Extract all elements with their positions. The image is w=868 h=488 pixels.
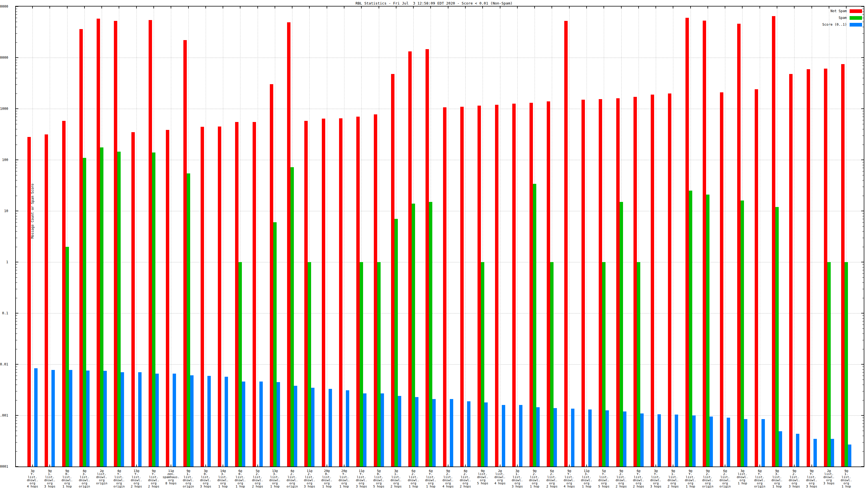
- bar-spam: [550, 262, 554, 466]
- x-tick-bottom: [655, 464, 656, 466]
- bar-spam: [290, 167, 294, 466]
- y-minor-tick: [862, 117, 864, 117]
- y-minor-tick: [862, 321, 864, 321]
- x-tick-top: [206, 6, 206, 8]
- bar-score: [467, 401, 470, 466]
- x-tick-top: [534, 6, 535, 8]
- y-minor-tick: [16, 298, 17, 298]
- y-minor-tick: [16, 226, 17, 227]
- bar-not-spam: [807, 69, 810, 466]
- y-minor-tick: [16, 73, 17, 73]
- bar-not-spam: [356, 117, 360, 466]
- bar-score: [329, 389, 332, 466]
- y-minor-tick: [862, 213, 864, 214]
- bar-score: [225, 377, 228, 466]
- bar-score: [727, 418, 730, 466]
- bar-not-spam: [582, 100, 585, 466]
- y-tick-left: [16, 364, 19, 365]
- bar-score: [762, 419, 765, 466]
- bar-spam: [620, 202, 623, 466]
- x-tick-top: [170, 6, 171, 8]
- y-minor-tick: [862, 427, 864, 427]
- bar-score: [69, 370, 72, 466]
- bar-not-spam: [789, 74, 793, 466]
- bar-score: [657, 414, 661, 466]
- bar-not-spam: [426, 49, 429, 466]
- bar-score: [52, 370, 55, 466]
- y-minor-tick: [16, 165, 17, 165]
- bar-not-spam: [703, 21, 706, 466]
- bar-not-spam: [633, 97, 637, 466]
- bar-not-spam: [80, 29, 83, 466]
- bar-score: [450, 399, 453, 466]
- bar-score: [415, 397, 418, 466]
- y-gridline: [16, 58, 864, 58]
- bar-score: [796, 434, 799, 466]
- y-minor-tick: [862, 298, 864, 298]
- bar-not-spam: [616, 98, 620, 466]
- bar-not-spam: [287, 22, 290, 466]
- y-minor-tick: [862, 238, 864, 238]
- y-tick-right: [861, 364, 864, 365]
- y-minor-tick: [16, 349, 17, 349]
- x-tick-top: [413, 6, 414, 8]
- bar-not-spam: [824, 69, 827, 466]
- y-minor-tick: [16, 431, 17, 431]
- x-tick-top: [465, 6, 466, 8]
- y-tick-right: [861, 6, 864, 7]
- y-minor-tick: [862, 264, 864, 265]
- y-gridline: [16, 211, 864, 211]
- bar-not-spam: [339, 118, 342, 466]
- x-tick-top: [101, 6, 102, 8]
- bar-not-spam: [599, 99, 602, 466]
- y-tick-left: [16, 262, 19, 262]
- y-minor-tick: [862, 18, 864, 18]
- bar-score: [710, 417, 713, 466]
- y-gridline: [16, 313, 864, 314]
- bar-spam: [827, 262, 831, 466]
- bar-spam: [117, 152, 121, 466]
- y-minor-tick: [16, 436, 17, 436]
- y-minor-tick: [16, 171, 17, 171]
- bar-not-spam: [322, 119, 325, 466]
- rbl-statistics-chart: RBL Statistics - Fri Jul 3 12:58:09 EDT …: [0, 0, 868, 488]
- y-minor-tick: [16, 114, 17, 114]
- bar-spam: [308, 262, 311, 466]
- bar-score: [173, 373, 176, 466]
- bar-spam: [429, 202, 432, 466]
- bar-not-spam: [218, 127, 221, 466]
- y-minor-tick: [16, 196, 17, 196]
- y-minor-tick: [862, 168, 864, 168]
- bar-score: [588, 410, 592, 466]
- y-tick-right: [861, 160, 864, 160]
- y-tick-label: 0.01: [0, 363, 8, 366]
- bar-score: [363, 393, 367, 466]
- x-tick-top: [361, 6, 362, 8]
- x-gridline: [725, 6, 725, 466]
- y-gridline: [16, 109, 864, 109]
- y-minor-tick: [16, 231, 17, 232]
- bar-score: [502, 405, 505, 466]
- y-tick-left: [16, 211, 19, 211]
- y-minor-tick: [862, 318, 864, 319]
- x-tick-bottom: [465, 464, 466, 466]
- bar-spam: [637, 262, 640, 466]
- y-minor-tick: [862, 380, 864, 380]
- bar-not-spam: [304, 121, 308, 466]
- legend-label: Not Spam: [830, 9, 847, 13]
- x-tick-top: [379, 6, 379, 8]
- x-tick-top: [586, 6, 587, 8]
- y-minor-tick: [862, 124, 864, 124]
- y-tick-left: [16, 6, 19, 7]
- bar-not-spam: [62, 121, 66, 466]
- bar-score: [831, 439, 834, 466]
- y-minor-tick: [16, 222, 17, 223]
- legend-swatch-icon: [849, 23, 862, 27]
- y-minor-tick: [862, 114, 864, 114]
- bar-not-spam: [651, 95, 654, 466]
- y-tick-right: [861, 57, 864, 58]
- y-minor-tick: [16, 391, 17, 391]
- y-minor-tick: [862, 400, 864, 400]
- bar-score: [744, 419, 747, 466]
- bar-spam: [533, 184, 536, 466]
